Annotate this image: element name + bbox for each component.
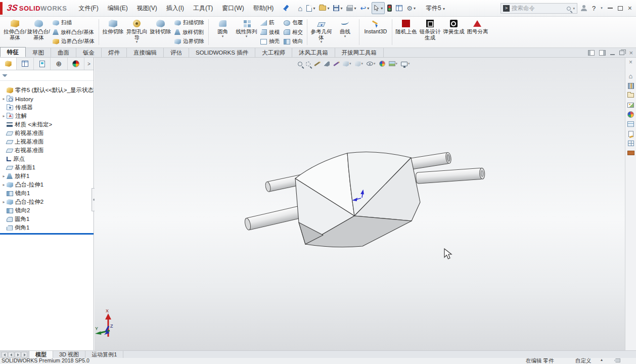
extruded-cut-button[interactable]: 拉伸切除 (101, 17, 125, 47)
tab-weldments[interactable]: 焊件 (102, 48, 127, 57)
user-icon[interactable] (581, 5, 587, 11)
tree-item-mirror1[interactable]: 镜向1 (0, 189, 94, 198)
tree-item-material[interactable]: 材质 <未指定> (0, 120, 94, 129)
customize-button[interactable]: 自定义 (575, 357, 592, 364)
document-title[interactable]: 零件5 ▾ (426, 0, 445, 17)
dimxpert-manager-tab[interactable]: ⊕ (51, 58, 67, 70)
feature-manager-tab[interactable] (0, 58, 17, 70)
help-button[interactable]: ? (592, 5, 596, 12)
swept-boss-button[interactable]: 扫描 (52, 19, 96, 27)
tree-item-mirror2[interactable]: 镜向2 (0, 206, 94, 215)
tree-item-sensors[interactable]: 传感器 (0, 103, 94, 112)
tab-surfaces[interactable]: 曲面 (51, 48, 76, 57)
save-button[interactable]: ▾ (332, 2, 344, 14)
spring-generator-button[interactable]: 弹簧生成 (442, 17, 466, 47)
lofted-cut-button[interactable]: 放样切割 (173, 28, 205, 36)
wrap-button[interactable]: 包覆 (283, 19, 304, 27)
tree-item-extrude1[interactable]: ▸ 凸台-拉伸1 (0, 180, 94, 189)
open-button[interactable]: ▾ (317, 2, 331, 14)
display-manager-tab[interactable] (68, 58, 84, 70)
custom-properties-button[interactable] (626, 120, 635, 128)
pane-right-icon[interactable] (599, 50, 606, 56)
expand-arrow-icon[interactable]: ▸ (1, 183, 7, 187)
resources-home-button[interactable]: ⌂ (626, 72, 635, 80)
tab-direct-editing[interactable]: 直接编辑 (127, 48, 164, 57)
expand-arrow-icon[interactable]: ▸ (1, 97, 7, 101)
view-palette-button[interactable] (626, 101, 635, 109)
revolved-cut-button[interactable]: 旋转切除 (149, 17, 172, 47)
curves-button[interactable]: 曲线 ▾ (333, 17, 357, 47)
menu-insert[interactable]: 插入(I) (162, 0, 189, 16)
tab-kaibawang-toolbox[interactable]: 开拔网工具箱 (335, 48, 384, 57)
search-input[interactable]: 搜索命令 (512, 5, 565, 12)
linear-pattern-button[interactable]: 线性阵列 ▾ (235, 17, 258, 47)
tree-item-loft1[interactable]: ▸ 放样1 (0, 172, 94, 180)
menu-edit[interactable]: 编辑(E) (103, 0, 132, 16)
next-tab-button[interactable] (15, 352, 21, 357)
menu-window[interactable]: 窗口(W) (217, 0, 248, 16)
tab-3d-views[interactable]: 3D 视图 (53, 351, 85, 358)
boundary-boss-button[interactable]: 边界凸台/基体 (52, 37, 96, 46)
boundary-cut-button[interactable]: 边界切除 (173, 37, 205, 46)
tab-features[interactable]: 特征 (0, 47, 26, 57)
tree-item-origin[interactable]: 原点 (0, 155, 94, 163)
print-button[interactable]: ▾ (345, 2, 357, 14)
appearances-button[interactable] (626, 110, 635, 119)
tree-item-annotations[interactable]: ▸ 注解 (0, 112, 94, 120)
tab-dagongchengshi[interactable]: 大工程师 (255, 48, 292, 57)
tree-item-plane1[interactable]: 基准面1 (0, 163, 94, 172)
expand-arrow-icon[interactable]: ▸ (1, 174, 7, 178)
toolbox-button[interactable] (626, 149, 635, 157)
instant3d-button[interactable]: Instant3D (361, 17, 390, 47)
window-close-button[interactable]: × (628, 4, 632, 12)
graphics-viewport[interactable]: ▾ ▾ ▾ ▾ ▾ (95, 58, 625, 350)
previous-tab-button[interactable] (8, 352, 14, 357)
tree-item-chamfer1[interactable]: 倒角1 (0, 223, 94, 232)
menu-help[interactable]: 帮助(H) (249, 0, 279, 16)
tree-item-history[interactable]: ▸ History (0, 95, 94, 103)
expand-arrow-icon[interactable]: ▸ (1, 114, 7, 118)
window-minimize-button[interactable] (608, 8, 613, 9)
tab-model[interactable]: 模型 (29, 351, 53, 358)
tree-item-right-plane[interactable]: 右视基准面 (0, 146, 94, 155)
tree-root-part[interactable]: 零件5 (默认<<默认>_显示状态 1>) (0, 86, 94, 95)
tree-item-extrude2[interactable]: ▸ 凸台-拉伸2 (0, 198, 94, 206)
document-restore-button[interactable] (619, 51, 624, 55)
first-tab-button[interactable] (2, 352, 8, 357)
drawing-split-button[interactable]: 图号分离 (466, 17, 489, 47)
revolved-boss-button[interactable]: 旋转凸台/基体 (27, 17, 51, 47)
rollback-bar[interactable] (0, 233, 94, 235)
menu-view[interactable]: 视图(V) (132, 0, 162, 16)
document-close-button[interactable]: × (629, 50, 633, 56)
search-scope-icon[interactable]: > (503, 5, 510, 12)
extruded-boss-button[interactable]: 拉伸凸台/基体 (3, 17, 27, 47)
draft-button[interactable]: 拔模 (259, 28, 281, 36)
last-tab-button[interactable] (21, 352, 27, 357)
options-button[interactable]: ⚙▾ (405, 2, 417, 14)
tab-sheet-metal[interactable]: 钣金 (76, 48, 102, 57)
chain-design-button[interactable]: 链条设计生成 (418, 17, 442, 47)
tab-motion-study[interactable]: 运动算例1 (85, 351, 123, 358)
home-button[interactable]: ⌂ (296, 2, 304, 14)
lofted-boss-button[interactable]: 放样凸台/基体 (52, 28, 96, 36)
task-pane-close-button[interactable]: × (625, 58, 636, 71)
tree-item-front-plane[interactable]: 前视基准面 (0, 129, 94, 138)
rib-button[interactable]: 筋 (259, 19, 281, 27)
tree-item-top-plane[interactable]: 上视基准面 (0, 138, 94, 146)
window-maximize-button[interactable] (618, 6, 623, 11)
intersect-button[interactable]: 相交 (283, 28, 304, 36)
tab-sw-addins[interactable]: SOLIDWORKS 插件 (189, 48, 255, 57)
menu-file[interactable]: 文件(F) (74, 0, 103, 16)
tab-sketch[interactable]: 草图 (26, 48, 51, 57)
tab-evaluate[interactable]: 评估 (164, 48, 189, 57)
tree-filter-row[interactable] (0, 70, 94, 81)
part-model-3d[interactable]: X Y Z (95, 58, 625, 350)
new-document-button[interactable]: ▾ (305, 2, 316, 14)
document-minimize-button[interactable] (610, 54, 615, 55)
hole-wizard-button[interactable]: 异型孔向导 ▾ (125, 17, 149, 47)
search-icon[interactable] (567, 7, 571, 11)
panel-tabs-overflow[interactable]: > (84, 58, 94, 70)
shell-button[interactable]: 抽壳 (259, 37, 281, 46)
expand-arrow-icon[interactable]: ▸ (1, 200, 7, 204)
design-library-button[interactable] (626, 81, 635, 90)
